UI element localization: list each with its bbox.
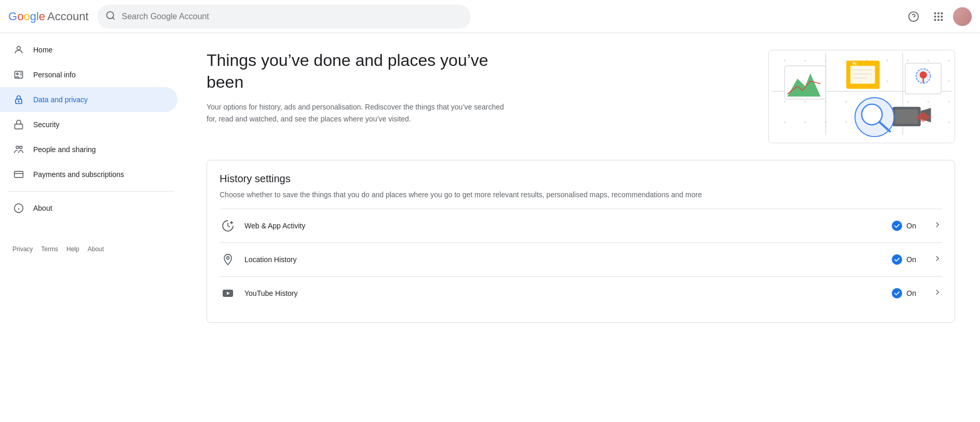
footer-help-link[interactable]: Help (66, 246, 79, 253)
svg-rect-81 (895, 110, 918, 124)
location-chevron (933, 254, 942, 266)
search-icon (105, 10, 116, 22)
svg-rect-11 (937, 19, 940, 21)
sidebar-item-data-privacy[interactable]: Data and privacy (0, 87, 178, 112)
search-bar (97, 5, 471, 29)
svg-rect-8 (937, 16, 940, 18)
history-settings-subtitle: Choose whether to save the things that y… (220, 189, 942, 200)
search-input[interactable] (122, 12, 462, 21)
youtube-check (892, 288, 902, 298)
svg-point-21 (16, 146, 19, 148)
settings-item-youtube[interactable]: YouTube History On (220, 277, 942, 310)
svg-point-43 (886, 80, 888, 82)
sidebar-item-personal-info[interactable]: Personal info (0, 62, 178, 87)
svg-point-29 (784, 60, 786, 62)
svg-point-78 (920, 72, 927, 79)
about-icon (12, 202, 25, 214)
svg-text:%: % (852, 61, 856, 66)
footer-about-link[interactable]: About (88, 246, 104, 253)
svg-point-86 (227, 257, 229, 260)
avatar[interactable] (953, 7, 972, 26)
youtube-status: On (892, 288, 916, 298)
svg-point-34 (886, 60, 888, 62)
sidebar-label-about: About (33, 204, 52, 212)
sidebar-label-security: Security (33, 120, 60, 129)
sidebar-divider (8, 191, 173, 192)
help-button[interactable] (903, 6, 924, 27)
data-privacy-icon (12, 93, 25, 106)
google-account-logo[interactable]: Google Account (8, 10, 89, 23)
svg-rect-12 (941, 19, 943, 21)
sidebar-label-data-privacy: Data and privacy (33, 96, 88, 104)
svg-point-46 (948, 80, 950, 82)
home-icon (12, 44, 25, 56)
svg-rect-71 (850, 66, 875, 84)
location-on-text: On (906, 255, 916, 264)
page-hero: Things you’ve done and places you’ve bee… (207, 50, 955, 143)
footer-privacy-link[interactable]: Privacy (12, 246, 33, 253)
svg-rect-7 (934, 16, 936, 18)
people-sharing-icon (12, 143, 25, 156)
sidebar-item-payments[interactable]: Payments and subscriptions (0, 162, 178, 187)
settings-list: Web & App Activity On (220, 209, 942, 310)
sidebar-item-home[interactable]: Home (0, 37, 178, 62)
svg-point-30 (804, 60, 806, 62)
page-title: Things you’ve done and places you’ve bee… (207, 50, 508, 93)
sidebar-label-home: Home (33, 46, 52, 54)
svg-point-64 (948, 121, 950, 123)
personal-info-icon (12, 69, 25, 81)
hero-illustration: % (768, 50, 955, 143)
svg-point-22 (20, 146, 22, 148)
svg-point-54 (928, 101, 930, 103)
svg-point-59 (845, 121, 847, 123)
youtube-label: YouTube History (244, 289, 883, 297)
sidebar-item-about[interactable]: About (0, 196, 178, 221)
history-settings-title: History settings (220, 173, 942, 185)
settings-item-location[interactable]: Location History On (220, 243, 942, 277)
settings-item-web-app[interactable]: Web & App Activity On (220, 209, 942, 243)
svg-line-1 (112, 18, 114, 20)
svg-point-0 (106, 12, 113, 19)
svg-rect-9 (941, 16, 943, 18)
svg-point-57 (804, 121, 806, 123)
footer-terms-link[interactable]: Terms (41, 246, 58, 253)
web-app-label: Web & App Activity (244, 222, 883, 230)
svg-point-15 (17, 73, 18, 75)
sidebar-footer: Privacy Terms Help About (0, 237, 182, 261)
svg-rect-4 (934, 12, 936, 14)
svg-point-35 (907, 60, 909, 62)
svg-point-56 (784, 121, 786, 123)
svg-point-19 (18, 101, 19, 102)
web-app-on-text: On (906, 222, 916, 230)
web-app-chevron (933, 220, 942, 232)
page-hero-text: Things you’ve done and places you’ve bee… (207, 50, 508, 125)
avatar-image (953, 7, 972, 26)
security-icon (12, 118, 25, 131)
app-header: Google Account (0, 0, 980, 33)
svg-rect-23 (15, 171, 23, 178)
youtube-chevron (933, 288, 942, 300)
hero-illustration-inner: % (768, 50, 955, 143)
svg-point-50 (845, 101, 847, 103)
sidebar-label-personal-info: Personal info (33, 71, 76, 79)
youtube-icon (220, 285, 236, 302)
sidebar-label-payments: Payments and subscriptions (33, 170, 124, 179)
header-actions (903, 6, 972, 27)
web-app-icon (220, 217, 236, 234)
web-app-check (892, 221, 902, 231)
history-settings-card: History settings Choose whether to save … (207, 160, 955, 323)
main-content: Things you’ve done and places you’ve bee… (182, 33, 980, 422)
svg-point-37 (948, 60, 950, 62)
page-subtitle: Your options for history, ads and person… (207, 101, 508, 125)
sidebar-item-people-sharing[interactable]: People and sharing (0, 137, 178, 162)
svg-rect-10 (934, 19, 936, 21)
hero-svg: % (769, 50, 955, 143)
sidebar-label-people-sharing: People and sharing (33, 145, 96, 154)
svg-point-13 (17, 46, 21, 50)
apps-button[interactable] (928, 6, 949, 27)
svg-point-53 (907, 101, 909, 103)
location-status: On (892, 254, 916, 265)
svg-point-36 (928, 60, 930, 62)
sidebar-item-security[interactable]: Security (0, 112, 178, 137)
location-icon (220, 251, 236, 268)
